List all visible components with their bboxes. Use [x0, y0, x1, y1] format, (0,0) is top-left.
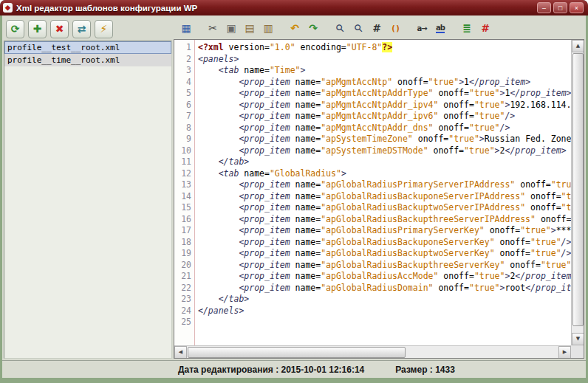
line-number: 14 [174, 191, 191, 203]
template-toolbar: ⟳✚✖⇄⚡ [4, 17, 172, 41]
line-number: 5 [174, 88, 191, 100]
code-line: <prop_item name="apMgmtAccNtp" onoff="tr… [198, 77, 571, 89]
app-window: ◆ Xml редактор шаблонов конфигурации WP … [0, 0, 588, 383]
maximize-button[interactable]: □ [553, 2, 567, 13]
cut-icon: ✂ [208, 22, 217, 34]
paste-preview-icon: ▥ [263, 22, 273, 34]
format-button[interactable]: ≣ [459, 20, 475, 36]
paste-button[interactable]: ▤ [242, 20, 258, 36]
editor-toolbar: ▦✂▣▤▥↶↷⚲⚲#( )a→ab≣# [174, 17, 584, 39]
line-number: 17 [174, 225, 191, 237]
save-icon: ▦ [181, 22, 191, 34]
code-line: <tab name="Time"> [198, 65, 571, 77]
cut-button[interactable]: ✂ [205, 20, 221, 36]
refresh-list-icon: ⟳ [11, 23, 20, 35]
sync-templates-icon: ⇄ [78, 23, 86, 35]
code-line: <prop_item name="apGlobalRadiusBackuptwo… [198, 202, 571, 214]
delete-template-icon: ✖ [55, 23, 64, 35]
file-list-item[interactable]: profile__time__root.xml [4, 54, 171, 66]
scroll-right-button[interactable]: ▶ [558, 346, 571, 359]
close-button[interactable]: × [570, 2, 584, 13]
edit-date-label: Дата редактирования : 2015-10-01 12:16:1… [178, 365, 364, 375]
redo-icon: ↷ [309, 22, 318, 34]
code-line: <prop_item name="apGlobalRadiusBackupthr… [198, 214, 571, 226]
code-line: <prop_item name="apGlobalRadiusPrimarySe… [198, 179, 571, 191]
main-area: ⟳✚✖⇄⚡ profile__test__root.xmlprofile__ti… [2, 15, 586, 360]
code-line: </panels> [198, 306, 571, 317]
code-line: </tab> [198, 156, 571, 168]
scrollbar-corner [571, 345, 584, 358]
find-next-button[interactable]: ⚲ [350, 20, 366, 36]
line-number: 22 [174, 283, 191, 294]
status-bar: Дата редактирования : 2015-10-01 12:16:1… [2, 360, 586, 378]
find-icon: ⚲ [333, 21, 347, 35]
line-number: 12 [174, 168, 191, 180]
refresh-list-button[interactable]: ⟳ [6, 20, 24, 38]
undo-button[interactable]: ↶ [287, 20, 303, 36]
line-number: 13 [174, 179, 191, 191]
replace-all-icon: ab [436, 24, 445, 33]
app-icon: ◆ [3, 3, 13, 13]
code-line: <prop_item name="apGlobalRadiusBackupthr… [198, 260, 571, 272]
code-line: <prop_item name="apMgmtAccNtpAddr_ipv4" … [198, 100, 571, 111]
code-area[interactable]: <?xml version="1.0" encoding="UTF-8"?><p… [195, 40, 571, 345]
sync-templates-button[interactable]: ⇄ [72, 20, 91, 38]
line-number: 18 [174, 237, 191, 249]
paste-preview-button[interactable]: ▥ [260, 20, 276, 36]
editor-panel: ▦✂▣▤▥↶↷⚲⚲#( )a→ab≣# 12345678910111213141… [174, 17, 584, 359]
goto-line-button[interactable]: # [369, 20, 385, 36]
redo-button[interactable]: ↷ [305, 20, 321, 36]
apply-template-button[interactable]: ⚡ [95, 20, 113, 38]
undo-icon: ↶ [290, 22, 299, 34]
code-line: <prop_item name="apMgmtAccNtpAddr_ipv6" … [198, 111, 571, 123]
goto-line-icon: # [372, 22, 381, 34]
code-line: <tab name="GlobalRadius"> [198, 168, 571, 180]
window-frame: ⟳✚✖⇄⚡ profile__test__root.xmlprofile__ti… [0, 15, 588, 383]
line-number: 20 [174, 260, 191, 272]
find-next-icon: ⚲ [352, 21, 366, 35]
scroll-up-button[interactable]: ▲ [572, 40, 584, 52]
copy-icon: ▣ [226, 22, 236, 34]
line-number: 19 [174, 248, 191, 260]
horizontal-scroll-thumb[interactable] [188, 347, 406, 358]
copy-button[interactable]: ▣ [223, 20, 239, 36]
vertical-scroll-thumb[interactable] [572, 53, 584, 326]
highlight-button[interactable]: # [477, 20, 493, 36]
replace-button[interactable]: a→ [414, 20, 430, 36]
code-line: <prop_item name="apMgmtAccNtpAddr_dns" o… [198, 123, 571, 134]
file-list[interactable]: profile__test__root.xmlprofile__time__ro… [4, 41, 172, 359]
highlight-icon: # [481, 22, 490, 34]
code-line: <prop_item name="apMgmtAccNtpAddrType" o… [198, 88, 571, 100]
save-button[interactable]: ▦ [178, 20, 194, 36]
line-number: 1 [174, 42, 191, 54]
line-number: 11 [174, 156, 191, 168]
vertical-scrollbar[interactable]: ▲ ▼ [571, 40, 584, 345]
format-icon: ≣ [462, 22, 471, 34]
window-title: Xml редактор шаблонов конфигурации WP [16, 4, 197, 13]
code-line: <prop_item name="apGlobalRadiusDomain" o… [198, 283, 571, 294]
code-line: </tab> [198, 294, 571, 306]
line-number: 24 [174, 306, 191, 317]
scroll-left-button[interactable]: ◀ [174, 346, 187, 359]
add-template-button[interactable]: ✚ [28, 20, 47, 38]
line-number: 8 [174, 123, 191, 134]
brackets-button[interactable]: ( ) [387, 20, 403, 36]
find-button[interactable]: ⚲ [332, 20, 348, 36]
minimize-button[interactable]: – [537, 2, 551, 13]
code-line: <prop_item name="apGlobalRadiusBackupone… [198, 191, 571, 203]
horizontal-scrollbar[interactable]: ◀ ▶ [174, 345, 571, 358]
apply-template-icon: ⚡ [100, 23, 108, 35]
scroll-down-button[interactable]: ▼ [572, 333, 584, 345]
line-number: 2 [174, 54, 191, 66]
line-number-gutter: 1234567891011121314151617181920212223242… [174, 40, 195, 358]
line-number: 16 [174, 214, 191, 226]
template-panel: ⟳✚✖⇄⚡ profile__test__root.xmlprofile__ti… [4, 17, 172, 359]
delete-template-button[interactable]: ✖ [50, 20, 69, 38]
file-list-item[interactable]: profile__test__root.xml [4, 41, 171, 54]
line-number: 3 [174, 65, 191, 77]
code-line: <?xml version="1.0" encoding="UTF-8"?> [198, 42, 571, 54]
paste-icon: ▤ [245, 22, 254, 34]
window-controls: – □ × [537, 2, 585, 13]
xml-editor[interactable]: 1234567891011121314151617181920212223242… [174, 39, 584, 359]
replace-all-button[interactable]: ab [432, 20, 448, 36]
